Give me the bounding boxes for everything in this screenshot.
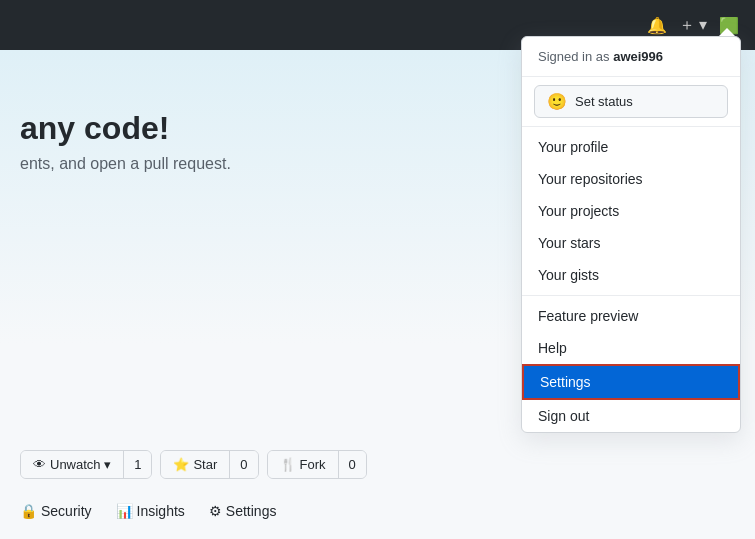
signed-in-prefix: Signed in as (538, 49, 610, 64)
your-projects-item[interactable]: Your projects (522, 195, 740, 227)
star-count: 0 (229, 451, 257, 478)
user-dropdown-menu: Signed in as awei996 🙂 Set status Your p… (521, 36, 741, 433)
fork-group: 🍴 Fork 0 (267, 450, 367, 479)
fork-count: 0 (338, 451, 366, 478)
page-title: any code! (20, 110, 231, 147)
unwatch-label: Unwatch ▾ (50, 457, 111, 472)
fork-icon: 🍴 (280, 457, 296, 472)
unwatch-group: 👁 Unwatch ▾ 1 (20, 450, 152, 479)
repo-nav-tabs: 🔒 Security 📊 Insights ⚙ Settings (20, 503, 276, 519)
divider-2 (522, 295, 740, 296)
star-label: Star (193, 457, 217, 472)
security-tab[interactable]: 🔒 Security (20, 503, 92, 519)
action-buttons: 👁 Unwatch ▾ 1 ⭐ Star 0 🍴 Fork 0 (20, 450, 367, 479)
notification-icon[interactable]: 🔔 (647, 16, 667, 35)
smiley-icon: 🙂 (547, 92, 567, 111)
settings-tab-icon: ⚙ (209, 503, 222, 519)
your-stars-item[interactable]: Your stars (522, 227, 740, 259)
your-profile-item[interactable]: Your profile (522, 131, 740, 163)
divider-1 (522, 126, 740, 127)
star-group: ⭐ Star 0 (160, 450, 258, 479)
feature-preview-item[interactable]: Feature preview (522, 300, 740, 332)
settings-tab-label: Settings (226, 503, 277, 519)
main-content-area: any code! ents, and open a pull request. (20, 110, 231, 173)
dropdown-arrow (719, 28, 735, 36)
sign-out-item[interactable]: Sign out (522, 400, 740, 432)
security-icon: 🔒 (20, 503, 37, 519)
insights-tab-label: Insights (137, 503, 185, 519)
settings-menu-item[interactable]: Settings (522, 364, 740, 400)
your-repositories-item[interactable]: Your repositories (522, 163, 740, 195)
unwatch-button[interactable]: 👁 Unwatch ▾ (21, 451, 123, 478)
signed-in-header: Signed in as awei996 (522, 37, 740, 77)
set-status-button[interactable]: 🙂 Set status (534, 85, 728, 118)
star-button[interactable]: ⭐ Star (161, 451, 229, 478)
eye-icon: 👁 (33, 457, 46, 472)
security-tab-label: Security (41, 503, 92, 519)
page-subtitle: ents, and open a pull request. (20, 155, 231, 173)
your-gists-item[interactable]: Your gists (522, 259, 740, 291)
fork-button[interactable]: 🍴 Fork (268, 451, 338, 478)
signed-in-username: awei996 (613, 49, 663, 64)
insights-icon: 📊 (116, 503, 133, 519)
settings-tab[interactable]: ⚙ Settings (209, 503, 277, 519)
unwatch-count: 1 (123, 451, 151, 478)
create-icon[interactable]: ＋ ▾ (679, 15, 707, 36)
fork-label: Fork (300, 457, 326, 472)
set-status-label: Set status (575, 94, 633, 109)
help-item[interactable]: Help (522, 332, 740, 364)
star-icon: ⭐ (173, 457, 189, 472)
insights-tab[interactable]: 📊 Insights (116, 503, 185, 519)
